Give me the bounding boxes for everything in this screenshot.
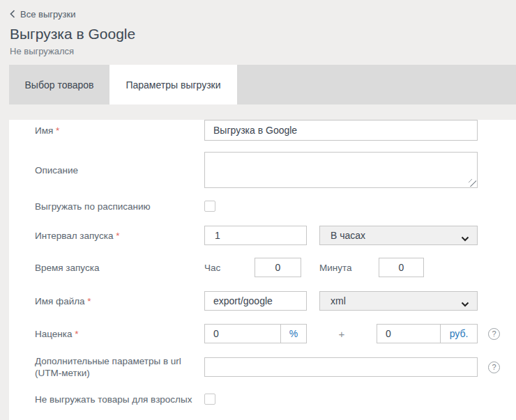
form-row-adult: Не выгружать товары для взрослых: [35, 394, 516, 405]
interval-label: Интервал запуска *: [35, 230, 204, 242]
markup-rub-group: руб.: [377, 324, 478, 343]
minute-input: [379, 258, 424, 277]
export-parameters-form: Имя * Описание Выгружать по расписанию И…: [9, 120, 516, 420]
adult-checkbox[interactable]: [204, 394, 215, 405]
form-row-utm: Дополнительные параметры в url (UTM-метк…: [35, 357, 516, 377]
chevron-left-icon: [10, 10, 15, 18]
page-title: Выгрузка в Google: [10, 26, 516, 42]
utm-help-icon[interactable]: ?: [488, 361, 500, 373]
name-label: Имя *: [35, 125, 204, 137]
markup-rub-input[interactable]: [377, 325, 440, 343]
description-label: Описание: [35, 164, 204, 176]
form-row-filename: Имя файла * xml: [35, 291, 516, 311]
export-status-text: Не выгружался: [10, 46, 516, 56]
markup-help-icon[interactable]: ?: [488, 328, 500, 340]
plus-sign: +: [307, 328, 377, 340]
tab-bar: Выбор товаров Параметры выгрузки: [9, 65, 516, 104]
required-asterisk: *: [87, 296, 91, 306]
rub-suffix: руб.: [440, 325, 477, 343]
file-format-selected: xml: [331, 295, 346, 306]
interval-unit-selected: В часах: [331, 230, 365, 241]
required-asterisk: *: [116, 231, 119, 241]
minute-label: Минута: [319, 263, 379, 273]
tab-export-parameters[interactable]: Параметры выгрузки: [109, 65, 237, 104]
description-textarea[interactable]: [204, 152, 478, 188]
utm-label: Дополнительные параметры в url (UTM-метк…: [35, 355, 204, 379]
name-input[interactable]: [204, 120, 478, 141]
required-asterisk: *: [75, 329, 78, 339]
interval-unit-select[interactable]: В часах: [319, 226, 478, 245]
hour-label: Час: [204, 263, 255, 273]
page-header: Все выгрузки Выгрузка в Google Не выгруж…: [0, 0, 516, 65]
form-row-interval: Интервал запуска * В часах: [35, 226, 516, 245]
percent-suffix: %: [280, 325, 306, 343]
chevron-down-icon: [461, 298, 469, 309]
markup-label: Наценка *: [35, 328, 204, 340]
markup-percent-group: %: [204, 324, 307, 343]
filename-input[interactable]: [204, 291, 307, 311]
filename-label: Имя файла *: [35, 295, 204, 307]
file-format-select[interactable]: xml: [319, 291, 478, 311]
chevron-down-icon: [461, 233, 469, 244]
form-row-start-time: Время запуска Час Минута: [35, 258, 516, 277]
back-to-all-exports-link[interactable]: Все выгрузки: [10, 9, 76, 20]
form-row-name: Имя *: [35, 120, 516, 141]
tab-product-selection[interactable]: Выбор товаров: [9, 65, 109, 104]
hour-input: [255, 258, 301, 277]
form-row-markup: Наценка * % + руб. ?: [35, 324, 516, 343]
schedule-label: Выгружать по расписанию: [35, 201, 204, 212]
form-row-description: Описание: [35, 152, 516, 188]
start-time-label: Время запуска: [35, 262, 204, 274]
adult-label: Не выгружать товары для взрослых: [35, 394, 204, 405]
schedule-checkbox[interactable]: [204, 201, 215, 212]
back-link-label: Все выгрузки: [20, 9, 76, 20]
form-row-schedule: Выгружать по расписанию: [35, 201, 516, 212]
utm-input[interactable]: [204, 357, 478, 377]
description-textarea-wrap: [204, 152, 478, 188]
interval-value-input: [204, 226, 307, 245]
required-asterisk: *: [56, 125, 59, 136]
markup-percent-input[interactable]: [205, 325, 280, 343]
